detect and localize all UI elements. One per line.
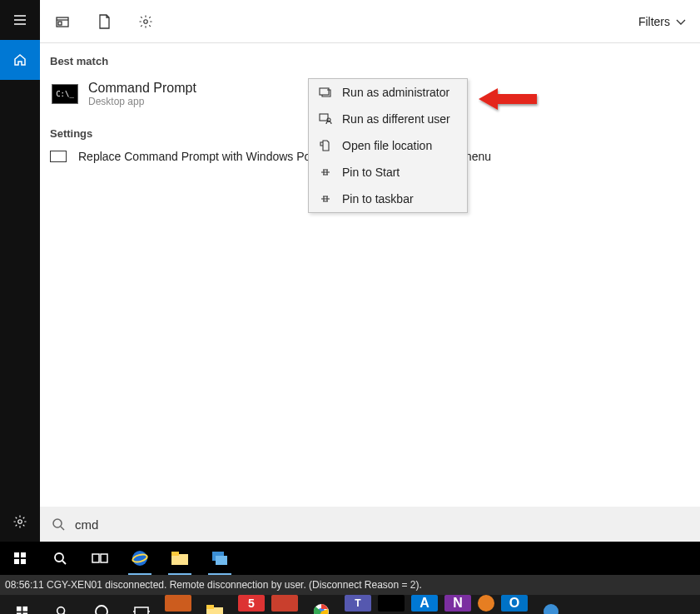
folder-icon (319, 139, 332, 152)
svg-rect-21 (101, 554, 107, 562)
admin-shield-icon (319, 86, 332, 99)
status-bar: 08:56:11 CGY-XEN01 disconnected. Remote … (0, 575, 700, 595)
chevron-down-icon (675, 17, 687, 26)
taskbar-chrome-icon[interactable] (305, 595, 338, 614)
filters-dropdown[interactable]: Filters (638, 15, 687, 28)
documents-filter-icon[interactable] (95, 12, 113, 31)
taskbar-app-icon[interactable] (165, 595, 191, 612)
command-prompt-icon: C:\_ (52, 84, 78, 104)
taskbar (0, 542, 700, 575)
svg-point-42 (544, 604, 559, 614)
svg-rect-28 (16, 606, 21, 611)
taskbar-outlook-icon[interactable]: O (501, 595, 528, 612)
taskbar-search-icon[interactable] (45, 595, 78, 614)
taskbar-app-icon[interactable] (478, 595, 494, 612)
menu-pin-to-taskbar[interactable]: Pin to taskbar (309, 186, 467, 212)
taskbar-rdp-icon[interactable] (203, 542, 236, 575)
start-button[interactable] (5, 595, 38, 614)
secondary-taskbar: 5 T A N O (0, 595, 700, 614)
taskbar-search-icon[interactable] (43, 542, 77, 575)
svg-point-18 (55, 553, 63, 562)
start-left-rail (0, 0, 40, 542)
cortana-icon[interactable] (85, 595, 118, 614)
svg-point-34 (96, 606, 107, 614)
menu-label: Run as administrator (342, 86, 449, 99)
taskbar-app-icon[interactable] (534, 595, 568, 614)
svg-point-12 (53, 519, 62, 527)
svg-rect-6 (58, 22, 62, 25)
best-match-heading: Best match (50, 55, 690, 67)
svg-rect-8 (320, 88, 329, 95)
svg-rect-14 (14, 552, 19, 557)
task-view-icon[interactable] (125, 595, 158, 614)
taskbar-app-icon[interactable]: 5 (238, 595, 265, 612)
task-view-icon[interactable] (83, 542, 117, 575)
taskbar-ie-icon[interactable] (123, 542, 156, 575)
result-title: Command Prompt (88, 81, 196, 96)
top-bar: Filters (40, 0, 700, 43)
pin-icon (319, 166, 332, 179)
menu-open-file-location[interactable]: Open file location (309, 132, 467, 159)
menu-run-as-different-user[interactable]: Run as different user (309, 106, 467, 132)
menu-label: Run as different user (342, 112, 450, 126)
svg-rect-25 (171, 552, 179, 556)
apps-filter-icon[interactable] (53, 12, 72, 31)
taskbar-app-icon[interactable] (198, 595, 231, 614)
status-text: 08:56:11 CGY-XEN01 disconnected. Remote … (5, 579, 422, 591)
context-menu: Run as administrator Run as different us… (308, 78, 468, 213)
start-button[interactable] (3, 542, 37, 575)
svg-marker-11 (479, 88, 537, 110)
search-input[interactable]: cmd (75, 517, 688, 532)
user-icon (319, 112, 332, 126)
menu-pin-to-start[interactable]: Pin to Start (309, 159, 467, 186)
search-icon (52, 517, 65, 531)
svg-line-13 (61, 527, 64, 530)
svg-rect-29 (22, 606, 27, 611)
home-icon[interactable] (0, 40, 40, 80)
svg-rect-27 (216, 556, 227, 565)
svg-point-7 (144, 19, 148, 23)
taskbar-teams-icon[interactable]: T (345, 595, 371, 612)
taskbar-file-explorer-icon[interactable] (163, 542, 196, 575)
menu-label: Pin to taskbar (342, 192, 414, 205)
taskbar-onenote-icon[interactable]: N (444, 595, 471, 612)
svg-rect-17 (21, 559, 26, 564)
search-bar[interactable]: cmd (40, 507, 700, 542)
svg-rect-20 (92, 554, 99, 562)
menu-run-as-administrator[interactable]: Run as administrator (309, 79, 467, 106)
menu-label: Pin to Start (342, 166, 400, 179)
filters-label: Filters (638, 15, 670, 28)
svg-point-3 (18, 520, 22, 524)
settings-filter-icon[interactable] (137, 12, 155, 31)
svg-rect-16 (14, 559, 19, 564)
taskbar-app-icon[interactable] (378, 595, 405, 612)
svg-rect-35 (135, 607, 148, 614)
taskbar-app-icon[interactable]: A (411, 595, 438, 612)
taskbar-app-icon[interactable] (271, 595, 298, 612)
svg-point-22 (132, 551, 147, 566)
hamburger-menu[interactable] (0, 0, 40, 40)
menu-label: Open file location (342, 139, 432, 152)
svg-line-19 (62, 561, 66, 564)
result-subtitle: Desktop app (88, 96, 196, 107)
pin-taskbar-icon (319, 192, 332, 205)
red-arrow-annotation (474, 85, 541, 118)
svg-point-32 (57, 607, 65, 614)
svg-rect-39 (206, 605, 214, 609)
svg-rect-15 (21, 552, 26, 557)
settings-gear-icon[interactable] (0, 502, 40, 542)
rectangle-icon (50, 151, 67, 162)
